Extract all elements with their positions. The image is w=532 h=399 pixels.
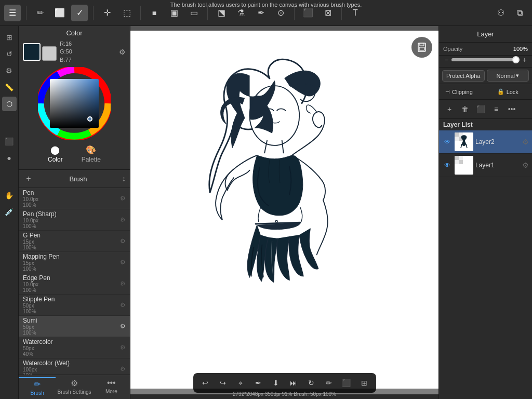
primary-color-swatch[interactable] xyxy=(23,43,41,61)
menu-icon[interactable]: ☰ xyxy=(4,5,21,21)
layer-name-1: Layer1 xyxy=(475,162,520,169)
eraser-tool-icon[interactable]: ⬜ xyxy=(51,5,68,21)
clipping-label: Clipping xyxy=(452,89,473,95)
blend-mode-button[interactable]: Normal ▾ xyxy=(487,70,529,82)
color-tab[interactable]: ⬤ Color xyxy=(44,144,67,164)
color-g-value: G:50 xyxy=(60,48,72,56)
color-wheel[interactable] xyxy=(38,67,111,140)
brush-settings-icon[interactable]: ⚙ xyxy=(120,344,126,351)
brush-settings-icon[interactable]: ⚙ xyxy=(120,365,126,373)
pencil-tool-icon[interactable]: ✏ xyxy=(32,5,48,21)
add-brush-button[interactable]: + xyxy=(23,173,34,184)
opacity-decrease-button[interactable]: − xyxy=(443,56,449,64)
fill-left-icon[interactable]: ⬡ xyxy=(2,97,17,111)
share-icon[interactable]: ⚇ xyxy=(493,5,509,21)
brush-item-pen[interactable]: Pen 10.0px100% ⚙ xyxy=(19,188,130,209)
delete-layer-button[interactable]: 🗑 xyxy=(458,102,472,116)
layer-item-2[interactable]: 👁 Layer2 ⚙ xyxy=(439,130,532,154)
canvas-area[interactable]: ↩ ↪ ⌖ ✒ ⬇ ⏭ ↻ ✏ ⬛ ⊞ 2732*2048px 350dpi 9… xyxy=(130,26,438,399)
sort-brush-button[interactable]: ↕ xyxy=(122,175,126,183)
layer-more-button[interactable]: ••• xyxy=(504,102,519,116)
fill-tool-icon[interactable]: ■ xyxy=(146,5,163,21)
brush-settings-icon[interactable]: ⚙ xyxy=(120,216,126,223)
color-top-row: R:16 G:50 B:77 ⚙ xyxy=(23,40,126,64)
opacity-label: Opacity xyxy=(443,46,511,52)
canvas-container[interactable] xyxy=(130,31,438,394)
brush-settings-icon[interactable]: ⚙ xyxy=(120,280,126,287)
main-content: ⊞ ↺ ⚙ 📏 ⬡ ⬛ ● ✋ 💉 Color R:16 G:50 B:77 xyxy=(0,26,532,399)
layer-thumbnail-2 xyxy=(455,132,473,151)
brush-settings-icon[interactable]: ⚙ xyxy=(120,237,126,245)
brush-tool-icon[interactable]: ✓ xyxy=(71,5,88,21)
layer-visibility-button-2[interactable]: 👁 xyxy=(442,137,453,147)
duplicate-layer-button[interactable]: ⬛ xyxy=(473,102,488,116)
lock-button[interactable]: 🔒 Lock xyxy=(487,86,529,97)
brush-settings-tab[interactable]: ⚙ Brush Settings xyxy=(56,377,92,397)
brush-settings-icon[interactable]: ⚙ xyxy=(120,259,126,266)
brush-item-stipple[interactable]: Stipple Pen 50px100% ⚙ xyxy=(19,295,130,316)
color-tab-icon: ⬤ xyxy=(50,145,60,155)
left-panel: Color R:16 G:50 B:77 ⚙ xyxy=(19,26,130,399)
opacity-slider-fill xyxy=(451,58,520,61)
brush-item-sumi[interactable]: Sumi 50px100% ⚙ xyxy=(19,316,130,337)
canvas-save-button[interactable] xyxy=(411,37,432,58)
color-wheel-container[interactable] xyxy=(23,67,126,140)
layers-left-icon[interactable]: ⬛ xyxy=(2,134,17,149)
brush-settings-icon[interactable]: ⚙ xyxy=(120,301,126,309)
settings-left-icon[interactable]: ⚙ xyxy=(2,63,17,78)
opacity-increase-button[interactable]: + xyxy=(522,56,528,64)
svg-rect-9 xyxy=(455,137,459,141)
brush-item-pen-sharp[interactable]: Pen (Sharp) 10.0px100% ⚙ xyxy=(19,209,130,231)
brush-title: Brush xyxy=(34,175,122,183)
svg-rect-7 xyxy=(455,132,459,137)
protect-alpha-button[interactable]: Protect Alpha xyxy=(442,70,485,82)
color-section: Color R:16 G:50 B:77 ⚙ xyxy=(19,26,130,170)
brush-settings-icon[interactable]: ⚙ xyxy=(120,323,126,330)
layer-list-button[interactable]: ≡ xyxy=(489,102,503,116)
layer-visibility-button-1[interactable]: 👁 xyxy=(442,160,453,170)
history-icon[interactable]: ↺ xyxy=(2,47,17,61)
move-tool-icon[interactable]: ✛ xyxy=(99,5,115,21)
clipping-button[interactable]: ⊣ Clipping xyxy=(442,87,485,97)
canvas-svg xyxy=(130,31,438,394)
color-settings-icon[interactable]: ⚙ xyxy=(119,48,126,56)
ruler-icon[interactable]: 📏 xyxy=(2,80,17,95)
brush-item-edge[interactable]: Edge Pen 10.0px100% ⚙ xyxy=(19,273,130,295)
status-bar: 2732*2048px 350dpi 91% Brush: 50px 100% xyxy=(130,389,438,399)
layer-item-1[interactable]: 👁 Layer1 ⚙ xyxy=(439,154,532,177)
color-title: Color xyxy=(23,29,126,37)
transform-tool-icon[interactable]: ⬚ xyxy=(118,5,135,21)
color-left-icon[interactable]: ● xyxy=(2,151,17,165)
brush-tab[interactable]: ✏ Brush xyxy=(19,377,56,397)
secondary-color-swatch[interactable] xyxy=(42,46,57,61)
color-tabs: ⬤ Color 🎨 Palette xyxy=(23,142,126,166)
opacity-slider[interactable] xyxy=(451,58,520,61)
brush-item-watercolor-wet[interactable]: Watercolor (Wet) 100px10% ⚙ xyxy=(19,358,130,375)
more-tab-label: More xyxy=(105,389,117,394)
layers-icon[interactable]: ⧉ xyxy=(511,5,528,21)
lock-icon: 🔒 xyxy=(497,88,504,95)
opacity-slider-thumb[interactable] xyxy=(512,56,520,63)
brush-settings-tab-icon: ⚙ xyxy=(71,378,78,388)
layer-actions: + 🗑 ⬛ ≡ ••• xyxy=(439,100,532,119)
add-layer-button[interactable]: + xyxy=(442,102,457,116)
svg-rect-14 xyxy=(455,160,459,164)
clipping-icon: ⊣ xyxy=(445,89,450,95)
blend-row: Protect Alpha Normal ▾ xyxy=(439,68,532,84)
dropper-left-icon[interactable]: 💉 xyxy=(2,205,17,219)
gallery-icon[interactable]: ⊞ xyxy=(2,30,17,45)
layer-settings-button-2[interactable]: ⚙ xyxy=(522,138,529,146)
brush-tab-label: Brush xyxy=(31,390,44,396)
brush-item-gpen[interactable]: G Pen 15px100% ⚙ xyxy=(19,231,130,252)
brush-settings-icon[interactable]: ⚙ xyxy=(120,195,126,202)
tooltip-bar: The brush tool allows users to paint on … xyxy=(170,0,362,9)
brush-settings-tab-label: Brush Settings xyxy=(57,389,91,395)
svg-point-2 xyxy=(275,220,277,222)
brush-header: + Brush ↕ xyxy=(19,170,130,188)
brush-item-watercolor[interactable]: Watercolor 50px40% ⚙ xyxy=(19,337,130,358)
layer-settings-button-1[interactable]: ⚙ xyxy=(522,161,529,169)
brush-item-mapping[interactable]: Mapping Pen 15px100% ⚙ xyxy=(19,252,130,273)
hand-icon[interactable]: ✋ xyxy=(2,188,17,203)
more-tab[interactable]: ••• More xyxy=(93,377,130,397)
palette-tab[interactable]: 🎨 Palette xyxy=(77,144,105,164)
